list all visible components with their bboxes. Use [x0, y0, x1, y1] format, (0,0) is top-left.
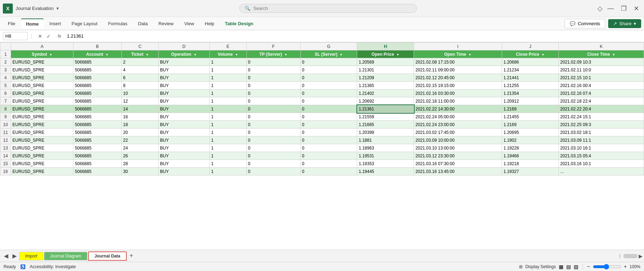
cell-15-D[interactable]: BUY	[158, 160, 209, 168]
cell-4-B[interactable]: 5066885	[73, 74, 121, 82]
cell-5-B[interactable]: 5066885	[73, 82, 121, 90]
sheet-scroll-left[interactable]: ⋮	[617, 253, 622, 259]
cell-2-F[interactable]: 0	[246, 58, 300, 66]
cell-6-F[interactable]: 0	[246, 90, 300, 97]
cell-9-B[interactable]: 5066885	[73, 113, 121, 121]
cell-9-C[interactable]: 16	[121, 113, 158, 121]
comments-button[interactable]: 💬 Comments	[564, 19, 605, 28]
cell-5-J[interactable]: 1.21255	[502, 82, 559, 90]
cell-3-F[interactable]: 0	[246, 66, 300, 74]
cell-2-D[interactable]: BUY	[158, 58, 209, 66]
cell-9-I[interactable]: 2021.02.24 05:00:00	[414, 113, 502, 121]
cell-9-H[interactable]: 1.21559	[357, 113, 414, 121]
cell-reference-box[interactable]: H8	[3, 32, 28, 40]
cell-16-D[interactable]: BUY	[158, 168, 209, 175]
cell-15-G[interactable]: 0	[300, 160, 357, 168]
cell-3-K[interactable]: 2021.02.11 10:0	[559, 66, 644, 74]
formula-cancel-button[interactable]: ✕	[36, 33, 44, 40]
cell-12-A[interactable]: EURUSD_SPRE	[11, 136, 73, 144]
cell-9-A[interactable]: EURUSD_SPRE	[11, 113, 73, 121]
cell-4-E[interactable]: 1	[209, 74, 246, 82]
cell-7-A[interactable]: EURUSD_SPRE	[11, 97, 73, 105]
header-tp-server[interactable]: TP (Server) ▼	[246, 50, 300, 58]
cell-15-K[interactable]: 2021.03.16 10:1	[559, 160, 644, 168]
cell-16-F[interactable]: 0	[246, 168, 300, 175]
cell-6-K[interactable]: 2021.02.16 07:4	[559, 90, 644, 97]
minimize-button[interactable]: —	[605, 4, 616, 13]
tab-home[interactable]: Home	[21, 18, 44, 29]
col-header-e[interactable]: E	[209, 43, 246, 50]
cell-12-I[interactable]: 2021.03.09 10:00:00	[414, 136, 502, 144]
col-header-j[interactable]: J	[502, 43, 559, 50]
cell-2-E[interactable]: 1	[209, 58, 246, 66]
col-header-b[interactable]: B	[73, 43, 121, 50]
sheet-prev-button[interactable]: ◀	[2, 252, 10, 260]
cell-7-K[interactable]: 2021.02.18 22:4	[559, 97, 644, 105]
col-header-i[interactable]: I	[414, 43, 502, 50]
cell-2-H[interactable]: 1.20569	[357, 58, 414, 66]
cell-11-J[interactable]: 1.20695	[502, 129, 559, 136]
cell-13-J[interactable]: 1.19228	[502, 144, 559, 152]
cell-9-E[interactable]: 1	[209, 113, 246, 121]
col-header-h[interactable]: H	[357, 43, 414, 50]
cell-14-D[interactable]: BUY	[158, 152, 209, 160]
col-header-c[interactable]: C	[121, 43, 158, 50]
cell-11-D[interactable]: BUY	[158, 129, 209, 136]
zoom-out-button[interactable]: −	[587, 264, 590, 269]
close-button[interactable]: ✕	[632, 4, 641, 13]
cell-8-E[interactable]: 1	[209, 105, 246, 113]
cell-12-F[interactable]: 0	[246, 136, 300, 144]
cell-12-E[interactable]: 1	[209, 136, 246, 144]
cell-3-E[interactable]: 1	[209, 66, 246, 74]
cell-7-C[interactable]: 12	[121, 97, 158, 105]
cell-12-H[interactable]: 1.1881	[357, 136, 414, 144]
cell-16-G[interactable]: 0	[300, 168, 357, 175]
cell-4-A[interactable]: EURUSD_SPRE	[11, 74, 73, 82]
table-wrapper[interactable]: A B C D E F G H I J K 1 Symbol ▼ Account…	[0, 42, 644, 250]
display-settings-label[interactable]: Display Settings	[525, 264, 556, 269]
cell-7-I[interactable]: 2021.02.18 11:00:00	[414, 97, 502, 105]
formula-input[interactable]	[65, 33, 641, 39]
cell-2-B[interactable]: 5066885	[73, 58, 121, 66]
cell-7-D[interactable]: BUY	[158, 97, 209, 105]
cell-15-A[interactable]: EURUSD_SPRE	[11, 160, 73, 168]
view-page-button[interactable]: ▨	[574, 264, 578, 270]
cell-10-E[interactable]: 1	[209, 121, 246, 129]
cell-13-F[interactable]: 0	[246, 144, 300, 152]
accessibility-icon[interactable]: ♿	[20, 264, 26, 269]
cell-3-G[interactable]: 0	[300, 66, 357, 74]
cell-13-B[interactable]: 5066885	[73, 144, 121, 152]
cell-15-B[interactable]: 5066885	[73, 160, 121, 168]
cell-9-D[interactable]: BUY	[158, 113, 209, 121]
col-header-g[interactable]: G	[300, 43, 357, 50]
tab-insert[interactable]: Insert	[44, 19, 66, 28]
cell-9-J[interactable]: 1.21455	[502, 113, 559, 121]
header-close-price[interactable]: Close Price ▼	[502, 50, 559, 58]
cell-13-K[interactable]: 2021.03.10 16:1	[559, 144, 644, 152]
header-sl-server[interactable]: SL (Server) ▼	[300, 50, 357, 58]
cell-13-E[interactable]: 1	[209, 144, 246, 152]
cell-14-K[interactable]: 2021.03.15 05:4	[559, 152, 644, 160]
zoom-slider[interactable]	[593, 264, 621, 270]
cell-8-F[interactable]: 0	[246, 105, 300, 113]
cell-3-B[interactable]: 5066885	[73, 66, 121, 74]
cell-6-I[interactable]: 2021.02.16 03:30:00	[414, 90, 502, 97]
cell-16-C[interactable]: 30	[121, 168, 158, 175]
tab-view[interactable]: View	[179, 19, 199, 28]
cell-8-J[interactable]: 1.2169	[502, 105, 559, 113]
cell-3-C[interactable]: 4	[121, 66, 158, 74]
col-header-k[interactable]: K	[559, 43, 644, 50]
cell-3-J[interactable]: 1.21234	[502, 66, 559, 74]
cell-4-D[interactable]: BUY	[158, 74, 209, 82]
cell-12-K[interactable]: 2021.03.09 11:1	[559, 136, 644, 144]
cell-13-C[interactable]: 24	[121, 144, 158, 152]
cell-14-A[interactable]: EURUSD_SPRE	[11, 152, 73, 160]
tab-help[interactable]: Help	[200, 19, 219, 28]
cell-10-A[interactable]: EURUSD_SPRE	[11, 121, 73, 129]
cell-2-G[interactable]: 0	[300, 58, 357, 66]
cell-15-J[interactable]: 1.19218	[502, 160, 559, 168]
cell-8-G[interactable]: 0	[300, 105, 357, 113]
cell-6-D[interactable]: BUY	[158, 90, 209, 97]
cell-5-F[interactable]: 0	[246, 82, 300, 90]
sheet-next-button[interactable]: ▶	[11, 252, 18, 260]
